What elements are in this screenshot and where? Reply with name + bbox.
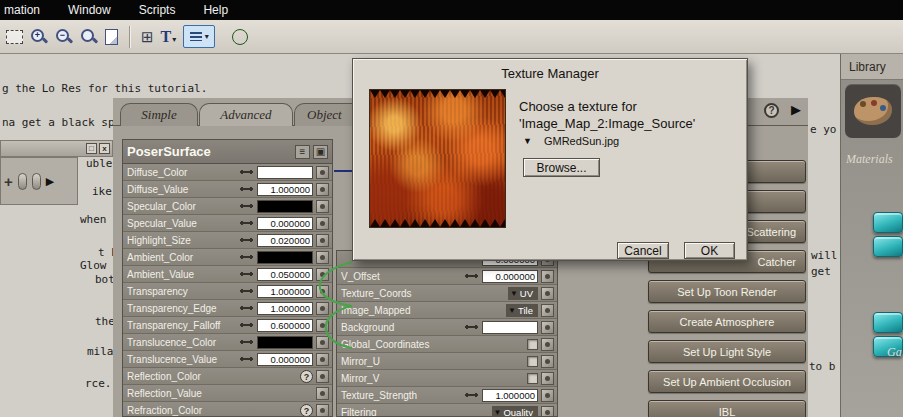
node-connect-icon[interactable] [316, 336, 329, 349]
node-connect-icon[interactable] [316, 234, 329, 247]
expand-icon[interactable]: ▶ [46, 175, 54, 188]
node-connect-icon[interactable] [541, 406, 554, 417]
library-drawer-handle[interactable] [873, 236, 903, 257]
menu-item[interactable]: Help [203, 3, 228, 17]
node-connect-icon[interactable] [316, 319, 329, 332]
node-connect-icon[interactable] [316, 285, 329, 298]
zoom-in-icon[interactable]: + [30, 28, 48, 46]
document-icon[interactable] [105, 29, 118, 45]
dropdown-field[interactable]: ▼Tile [506, 304, 538, 317]
node-connect-icon[interactable] [316, 251, 329, 264]
plug-icon[interactable] [239, 236, 254, 244]
library-category-label[interactable]: Materials [846, 152, 893, 167]
node-menu-icon[interactable]: ≡ [295, 145, 310, 159]
node-connect-icon[interactable] [541, 389, 554, 402]
color-swatch[interactable] [257, 336, 313, 349]
param-value-field[interactable]: 0.000000 [257, 217, 313, 230]
node-connect-icon[interactable] [541, 304, 554, 317]
plug-icon[interactable] [239, 219, 254, 227]
node-connect-icon[interactable] [316, 302, 329, 315]
node-connect-icon[interactable] [316, 387, 329, 400]
wacro-button[interactable]: Set Up Ambient Occlusion [648, 370, 806, 393]
node-connect-icon[interactable] [316, 353, 329, 366]
plug-icon[interactable] [239, 185, 254, 193]
checkbox[interactable] [527, 339, 538, 350]
plug-icon[interactable] [464, 323, 479, 331]
marquee-select-icon[interactable] [6, 30, 23, 44]
plug-icon[interactable] [239, 168, 254, 176]
zoom-out-icon[interactable]: − [55, 28, 73, 46]
knob-icon[interactable] [32, 173, 41, 190]
node-connect-icon[interactable] [541, 321, 554, 334]
node-connect-icon[interactable] [541, 270, 554, 283]
text-tool-button[interactable]: T ▾ [161, 29, 177, 45]
list-view-button[interactable]: ▾ [183, 25, 215, 48]
node-connect-icon[interactable] [316, 183, 329, 196]
param-value-field[interactable]: 1.000000 [257, 183, 313, 196]
plug-icon[interactable] [239, 338, 254, 346]
expand-arrow-icon[interactable]: ▶ [791, 102, 801, 117]
param-value-field[interactable]: 0.000000 [257, 353, 313, 366]
browse-button[interactable]: Browse... [523, 158, 600, 177]
restore-icon[interactable]: □ [86, 143, 97, 154]
knob-icon[interactable] [18, 173, 27, 190]
dropdown-field[interactable]: ▼Quality [492, 406, 539, 417]
node-connect-icon[interactable] [316, 268, 329, 281]
library-drawer-handle[interactable] [873, 212, 903, 233]
node-connect-icon[interactable] [316, 166, 329, 179]
plug-icon[interactable] [239, 321, 254, 329]
plug-icon[interactable] [239, 355, 254, 363]
color-swatch[interactable] [257, 251, 313, 264]
library-header[interactable]: Library [841, 54, 903, 80]
help-icon[interactable]: ? [300, 370, 313, 383]
zoom-tool-icon[interactable] [80, 28, 98, 46]
param-value-field[interactable]: 0.020000 [257, 234, 313, 247]
plug-icon[interactable] [239, 304, 254, 312]
node-connect-icon[interactable] [316, 200, 329, 213]
node-connect-icon[interactable] [316, 404, 329, 417]
wacro-button[interactable]: Set Up Light Style [648, 340, 806, 363]
materials-palette-icon[interactable] [845, 84, 901, 138]
node-connect-icon[interactable] [541, 355, 554, 368]
param-value-field[interactable]: 0.600000 [257, 319, 313, 332]
plug-icon[interactable] [239, 270, 254, 278]
param-value-field[interactable]: 0.050000 [257, 268, 313, 281]
param-value-field[interactable]: 0.000000 [482, 270, 538, 283]
plug-icon[interactable] [239, 202, 254, 210]
wacro-button[interactable]: Set Up Toon Render [648, 280, 806, 303]
node-connect-icon[interactable] [316, 217, 329, 230]
menu-item[interactable]: mation [4, 3, 40, 17]
node-connect-icon[interactable] [541, 287, 554, 300]
checkbox[interactable] [527, 356, 538, 367]
param-value-field[interactable]: 1.000000 [482, 389, 538, 402]
checkbox[interactable] [527, 373, 538, 384]
texture-file-dropdown[interactable]: ▼ GMRedSun.jpg [523, 135, 619, 147]
help-icon[interactable]: ? [300, 404, 313, 417]
dropdown-field[interactable]: ▼UV [508, 287, 538, 300]
color-swatch[interactable] [482, 321, 538, 334]
node-preview-icon[interactable]: ▣ [313, 145, 328, 159]
param-value-field[interactable]: 1.000000 [257, 285, 313, 298]
node-connect-icon[interactable] [541, 338, 554, 351]
tab-simple[interactable]: Simple [120, 103, 198, 126]
plug-icon[interactable] [239, 287, 254, 295]
plug-icon[interactable] [464, 391, 479, 399]
plug-icon[interactable] [239, 253, 254, 261]
wacro-button[interactable]: Create Atmosphere [648, 310, 806, 333]
node-connect-icon[interactable] [316, 370, 329, 383]
help-icon[interactable]: ? [764, 103, 779, 118]
grid-icon[interactable]: ⊞ [141, 29, 154, 44]
library-drawer-handle[interactable] [873, 312, 903, 333]
render-globe-icon[interactable] [232, 29, 248, 45]
color-swatch[interactable] [257, 200, 313, 213]
move-tool-icon[interactable]: + [4, 174, 13, 189]
color-swatch[interactable] [257, 166, 313, 179]
menu-item[interactable]: Scripts [139, 3, 176, 17]
param-value-field[interactable]: 1.000000 [257, 302, 313, 315]
tab-advanced[interactable]: Advanced [199, 103, 293, 126]
wacro-button[interactable]: IBL [648, 400, 806, 417]
close-icon[interactable]: x [99, 143, 110, 154]
cancel-button[interactable]: Cancel [617, 242, 669, 259]
menu-item[interactable]: Window [68, 3, 111, 17]
plug-icon[interactable] [464, 272, 479, 280]
